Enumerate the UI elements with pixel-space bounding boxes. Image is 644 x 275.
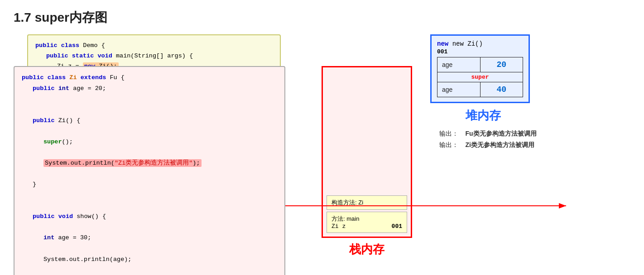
output-line-2: 输出： Zi类无参构造方法被调用: [439, 139, 537, 151]
page-title: 1.7 super内存图: [14, 9, 630, 26]
heap-row-age2: age 40: [437, 82, 523, 97]
heap-box: new new Zi() 001 age 20 super age 40: [430, 34, 530, 103]
stack-label: 栈内存: [349, 242, 384, 257]
heap-table: age 20 super age 40: [437, 57, 523, 97]
stack-frame-constructor: 构造方法: Zi: [327, 195, 407, 210]
stack-frame-main-row: Zi z 001: [332, 223, 402, 230]
heap-new-zi: new new Zi(): [437, 40, 523, 47]
stack-box: 构造方法: Zi 方法: main Zi z 001: [322, 66, 412, 238]
code-section: public class Demo { public static void m…: [14, 34, 294, 275]
heap-label: 堆内存: [430, 108, 537, 123]
heap-section: new new Zi() 001 age 20 super age 40 堆内存: [430, 34, 537, 155]
zi-code-card: public class Zi extends Fu { public int …: [14, 66, 285, 275]
output-section: 输出： Fu类无参构造方法被调用 输出： Zi类无参构造方法被调用: [439, 128, 537, 155]
stack-section: 构造方法: Zi 方法: main Zi z 001 栈内存: [322, 66, 412, 257]
output-line-1: 输出： Fu类无参构造方法被调用: [439, 128, 537, 139]
heap-super-row: super: [437, 72, 523, 82]
heap-row-age1: age 20: [437, 57, 523, 72]
stack-frame-main: 方法: main Zi z 001: [327, 212, 407, 233]
